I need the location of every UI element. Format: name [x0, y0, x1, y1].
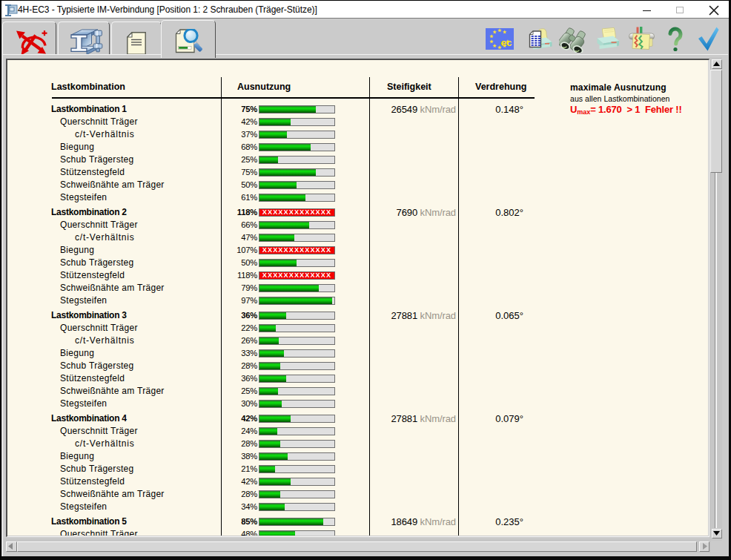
- svg-text:ec: ec: [501, 37, 513, 48]
